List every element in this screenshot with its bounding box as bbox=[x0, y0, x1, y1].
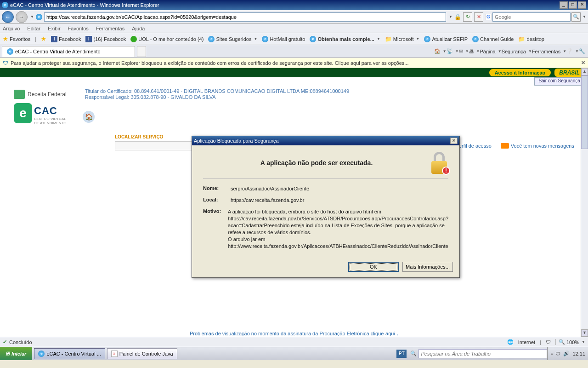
tools-icon-button[interactable]: 🔧 bbox=[579, 48, 585, 54]
cmd-seguranca[interactable]: Segurança▼ bbox=[502, 49, 532, 54]
facebook-icon: f bbox=[85, 36, 92, 42]
fav-sefip[interactable]: eAtualizar SEFIP bbox=[424, 36, 468, 42]
aqui-link[interactable]: aqui bbox=[385, 331, 395, 336]
language-indicator[interactable]: PT bbox=[396, 350, 407, 358]
menu-ferramentas[interactable]: Ferramentas bbox=[96, 26, 124, 31]
maximize-button[interactable]: □ bbox=[569, 1, 577, 9]
navigation-bar: ← → ▼ e ▼ 🔒 ↻ ✕ G 🔍 ▼ bbox=[0, 10, 588, 24]
fav-hotmail[interactable]: eHotMail gratuito bbox=[262, 36, 305, 42]
gov-header: Acesso à Informação BRASIL bbox=[0, 68, 588, 77]
lock-icon[interactable]: 🔒 bbox=[454, 14, 461, 20]
help-button[interactable]: ❔▼ bbox=[566, 48, 579, 54]
tray-icon[interactable]: 🔊 bbox=[563, 351, 570, 356]
fav-facebook-16[interactable]: f(16) Facebook bbox=[85, 36, 126, 42]
fav-label: Sites Sugeridos bbox=[216, 36, 251, 42]
fav-obtenha[interactable]: eObtenha mais comple...▼ bbox=[310, 36, 380, 42]
fav-microsoft[interactable]: 📁Microsoft▼ bbox=[385, 36, 420, 42]
zone-label: Internet bbox=[518, 339, 535, 345]
menu-editar[interactable]: Editar bbox=[27, 26, 40, 31]
tray-icon[interactable]: 🛡 bbox=[555, 351, 560, 356]
fav-sites-sugeridos[interactable]: eSites Sugeridos▼ bbox=[208, 36, 257, 42]
favorites-bar: ★Favoritos | ★ fFacebook f(16) Facebook … bbox=[0, 33, 588, 45]
taskbar-item-ecac[interactable]: e eCAC - Centro Virtual ... bbox=[34, 348, 105, 359]
search-dropdown[interactable]: ▼ bbox=[582, 15, 586, 19]
footer-text: Problemas de visualização no momento da … bbox=[190, 331, 384, 336]
refresh-button[interactable]: ↻ bbox=[463, 12, 472, 22]
minimize-button[interactable]: _ bbox=[560, 1, 568, 9]
cmd-pagina[interactable]: Página▼ bbox=[480, 49, 501, 54]
window-close-button[interactable]: ✕ bbox=[578, 1, 586, 9]
desktop-search-input[interactable] bbox=[418, 349, 547, 358]
back-button[interactable]: ← bbox=[2, 11, 14, 23]
chevron-down-icon: ▼ bbox=[416, 37, 419, 41]
mais-informacoes-button[interactable]: Mais Informações... bbox=[402, 262, 453, 272]
local-label: Local: bbox=[203, 197, 231, 204]
tray-expand-icon[interactable]: « bbox=[550, 351, 553, 356]
protected-mode-icon: 🛡 bbox=[546, 339, 551, 345]
forward-button[interactable]: → bbox=[16, 11, 28, 23]
receita-federal-logo: Receita Federal bbox=[14, 88, 67, 100]
ecac-cac-text: CAC bbox=[34, 105, 66, 117]
favorites-button[interactable]: ★Favoritos bbox=[3, 35, 30, 42]
search-input[interactable] bbox=[492, 12, 571, 22]
acesso-informacao-button[interactable]: Acesso à Informação bbox=[489, 69, 551, 76]
fav-desktop[interactable]: 📁desktop bbox=[518, 36, 544, 42]
chevron-down-icon: ▼ bbox=[377, 37, 380, 41]
java-icon: ♨ bbox=[111, 351, 118, 357]
taskbar-item-java[interactable]: ♨ Painel de Controle Java bbox=[107, 348, 177, 359]
home-button[interactable]: 🏠▼ bbox=[434, 48, 447, 54]
separator: | bbox=[35, 36, 36, 42]
menu-ajuda[interactable]: Ajuda bbox=[132, 26, 145, 31]
clock[interactable]: 12:11 bbox=[572, 351, 585, 356]
window-title: eCAC - Centro Virtual de Atendimento - W… bbox=[10, 2, 159, 8]
menu-arquivo[interactable]: Arquivo bbox=[3, 26, 20, 31]
address-dropdown[interactable]: ▼ bbox=[449, 15, 452, 19]
print-button[interactable]: 🖶▼ bbox=[469, 49, 480, 54]
dialog-titlebar: Aplicação Bloqueada para Segurança ✕ bbox=[192, 136, 459, 145]
ie-icon: e bbox=[7, 48, 13, 55]
zoom-control[interactable]: 🔍 100% ▼ bbox=[555, 339, 585, 345]
history-dropdown[interactable]: ▼ bbox=[30, 15, 34, 19]
infobar-close-button[interactable]: ✕ bbox=[581, 60, 585, 66]
novas-mensagens-button[interactable]: Você tem novas mensagens bbox=[501, 143, 574, 149]
cert-line-2: Responsável Legal: 305.032.878-90 - GIVA… bbox=[85, 94, 349, 100]
certificate-info: Titular do Certificado: 08.894.641/0001-… bbox=[85, 88, 349, 100]
menu-favoritos[interactable]: Favoritos bbox=[68, 26, 89, 31]
motivo-label: Motivo: bbox=[203, 208, 228, 250]
feeds-button[interactable]: 📡▼ bbox=[447, 48, 459, 54]
fav-uol[interactable]: UOL - O melhor conteúdo (4) bbox=[130, 36, 204, 42]
address-input[interactable] bbox=[44, 12, 446, 22]
ecac-home-button[interactable]: 🏠 bbox=[83, 111, 95, 123]
browser-tab[interactable]: e eCAC - Centro Virtual de Atendimento bbox=[2, 46, 135, 57]
dialog-close-button[interactable]: ✕ bbox=[450, 138, 458, 144]
address-bar bbox=[44, 12, 446, 22]
motivo-value: A aplicação foi bloqueada, embora o site… bbox=[228, 208, 448, 250]
stop-button[interactable]: ✕ bbox=[474, 12, 483, 22]
scroll-down-button[interactable]: ▼ bbox=[581, 329, 588, 337]
mail-button[interactable]: ✉▼ bbox=[459, 48, 469, 54]
cmd-ferramentas[interactable]: Ferramentas▼ bbox=[532, 49, 566, 54]
security-infobar[interactable]: 🛡 Para ajudar a proteger sua segurança, … bbox=[0, 58, 588, 68]
internet-zone-icon: 🌐 bbox=[507, 339, 514, 345]
menu-exibir[interactable]: Exibir bbox=[48, 26, 61, 31]
dialog-title: Aplicação Bloqueada para Segurança bbox=[194, 138, 279, 144]
nome-label: Nome: bbox=[203, 185, 231, 192]
zoom-value: 100% bbox=[566, 339, 579, 345]
ok-button[interactable]: OK bbox=[348, 262, 399, 272]
sair-button[interactable]: Sair com Segurança bbox=[534, 77, 584, 86]
start-button[interactable]: ⊞ Iniciar bbox=[0, 347, 32, 360]
cert-line-1: Titular do Certificado: 08.894.641/0001-… bbox=[85, 88, 349, 94]
new-tab-button[interactable] bbox=[137, 46, 146, 57]
status-text: Concluído bbox=[9, 339, 32, 345]
vertical-scrollbar[interactable]: ▲ ▼ bbox=[581, 68, 588, 337]
fav-channel[interactable]: eChannel Guide bbox=[472, 36, 514, 42]
scroll-thumb[interactable] bbox=[581, 75, 588, 149]
fav-addpage[interactable]: ★ bbox=[41, 35, 46, 42]
ecac-sub2: DE ATENDIMENTO bbox=[34, 121, 66, 125]
desktop-search-icon[interactable]: 🔍 bbox=[410, 351, 417, 356]
fav-facebook[interactable]: fFacebook bbox=[51, 36, 81, 42]
ie-icon: e bbox=[262, 36, 268, 42]
search-button[interactable]: 🔍 bbox=[571, 12, 581, 22]
scroll-up-button[interactable]: ▲ bbox=[581, 68, 588, 75]
brasil-logo[interactable]: BRASIL bbox=[554, 69, 584, 77]
